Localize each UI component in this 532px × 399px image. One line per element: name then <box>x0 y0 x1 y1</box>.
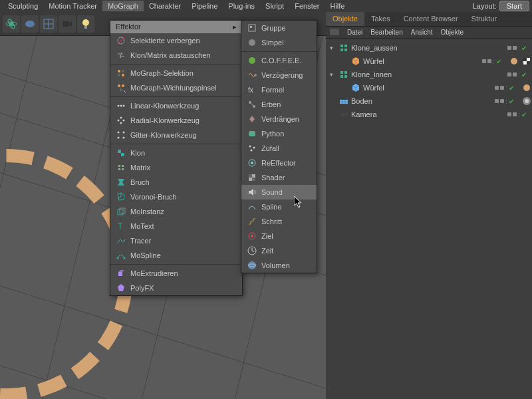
visibility-toggles[interactable]: :✔ <box>482 57 501 65</box>
tag-a-icon[interactable] <box>521 82 532 93</box>
tree-row-kamera[interactable]: Kamera :✔ <box>326 108 532 121</box>
menu-item-label: Gitter-Klonwerkzeug <box>130 131 237 139</box>
menu-motion-tracker[interactable]: Motion Tracker <box>43 1 102 11</box>
menu-item-mg-weight[interactable]: MoGraph-Wichtungspinsel <box>110 80 242 95</box>
layout-button[interactable]: Start <box>499 1 529 11</box>
submenu-objekte[interactable]: Objekte <box>441 29 464 36</box>
menu-item-label: PolyFX <box>130 284 237 292</box>
menu-item-swap[interactable]: Klon/Matrix austauschen <box>110 48 242 63</box>
menu-fenster[interactable]: Fenster <box>289 1 325 11</box>
sound-icon <box>247 187 257 198</box>
tool-camera-icon[interactable] <box>59 15 76 33</box>
submenu-item-shader[interactable]: Shader <box>241 170 317 185</box>
submenu-item-schritt[interactable]: Schritt <box>241 214 317 229</box>
visibility-toggles[interactable]: :✔ <box>507 44 527 52</box>
visibility-toggles[interactable]: :✔ <box>495 97 514 105</box>
submenu-item-spline2[interactable]: Spline <box>241 200 317 214</box>
tree-item-label: Würfel <box>363 57 482 65</box>
menu-item-polyfx[interactable]: PolyFX <box>110 281 242 295</box>
tool-light-icon[interactable] <box>77 15 94 33</box>
submenu-item-delay[interactable]: Verzögerung <box>241 68 317 82</box>
svg-rect-21 <box>344 45 347 47</box>
tool-bean-icon[interactable] <box>21 15 39 33</box>
submenu-item-volumen[interactable]: Volumen <box>241 258 317 273</box>
menu-skript[interactable]: Skript <box>260 1 289 11</box>
menu-item-matrix[interactable]: Matrix <box>110 160 242 175</box>
tree-row-klone_innen[interactable]: ▾ Klone_innen :✔ <box>326 68 532 81</box>
dropdown-header-effektor[interactable]: Effektor ▸ <box>110 21 242 33</box>
tree-row-würfel[interactable]: Würfel :✔ <box>326 81 532 94</box>
tab-struktur[interactable]: Struktur <box>465 12 504 26</box>
submenu-item-label: ReEffector <box>261 159 311 167</box>
submenu-item-ziel[interactable]: Ziel <box>241 229 317 243</box>
menu-item-linear[interactable]: Linear-Klonwerkzeug <box>110 98 242 113</box>
cloner-icon <box>338 43 349 53</box>
menu-charakter[interactable]: Charakter <box>144 1 186 11</box>
tree-item-label: Klone_aussen <box>351 44 507 52</box>
submenu-bearbeiten[interactable]: Bearbeiten <box>370 29 402 36</box>
svg-marker-76 <box>118 179 124 186</box>
tree-row-würfel[interactable]: Würfel :✔ <box>326 55 532 68</box>
menu-item-grid[interactable]: Gitter-Klonwerkzeug <box>110 128 242 142</box>
submenu-item-gruppe[interactable]: Gruppe <box>241 21 317 35</box>
tree-row-klone_aussen[interactable]: ▾ Klone_aussen :✔ <box>326 41 532 55</box>
menu-item-mg-sel[interactable]: MoGraph-Selektion <box>110 66 242 80</box>
submenu-datei[interactable]: Datei <box>347 29 362 36</box>
svg-line-112 <box>252 251 254 252</box>
svg-point-9 <box>82 19 89 26</box>
submenu-item-coffee[interactable]: C.O.F.F.E.E. <box>241 53 317 68</box>
panel-tabs: Objekte Takes Content Browser Struktur <box>326 12 532 27</box>
submenu-ansicht[interactable]: Ansicht <box>411 29 433 36</box>
svg-rect-31 <box>527 58 530 61</box>
menu-item-instance[interactable]: MoInstanz <box>110 204 242 219</box>
menu-item-bruch[interactable]: Bruch <box>110 175 242 190</box>
menu-item-klon[interactable]: Klon <box>110 146 242 160</box>
tree-item-label: Würfel <box>363 84 495 92</box>
submenu-item-zufall[interactable]: Zufall <box>241 141 317 156</box>
tree-row-boden[interactable]: Boden :✔ <box>326 94 532 108</box>
view-mode-icon[interactable] <box>330 29 339 35</box>
menu-item-hide[interactable]: Selektierte verbergen <box>110 33 242 48</box>
svg-point-83 <box>117 257 119 259</box>
submenu-item-python[interactable]: Python <box>241 126 317 141</box>
floor-icon <box>338 96 349 106</box>
menu-item-tracer[interactable]: Tracer <box>110 233 242 248</box>
tag-b-icon[interactable] <box>521 56 532 66</box>
submenu-item-push[interactable]: Verdrängen <box>241 112 317 126</box>
visibility-toggles[interactable]: :✔ <box>507 110 527 118</box>
svg-rect-72 <box>118 165 120 167</box>
tab-objekte[interactable]: Objekte <box>326 12 364 26</box>
disclosure-icon[interactable]: ▾ <box>330 71 336 78</box>
submenu-item-simpel[interactable]: Simpel <box>241 35 317 50</box>
tool-atom-icon[interactable] <box>3 15 20 33</box>
submenu-item-erben[interactable]: Erben <box>241 97 317 112</box>
menu-mograph[interactable]: MoGraph <box>102 1 144 11</box>
submenu-item-reeff[interactable]: ReEffector <box>241 156 317 170</box>
menu-item-voronoi[interactable]: Voronoi-Bruch <box>110 190 242 204</box>
tool-grid-icon[interactable] <box>40 15 57 33</box>
tab-takes[interactable]: Takes <box>364 12 397 26</box>
visibility-toggles[interactable]: :✔ <box>507 70 527 78</box>
menu-hilfe[interactable]: Hilfe <box>325 1 350 11</box>
menu-plugins[interactable]: Plug-ins <box>223 1 260 11</box>
menu-item-radial[interactable]: Radial-Klonwerkzeug <box>110 113 242 128</box>
tag-a-icon[interactable] <box>509 56 519 66</box>
menu-sculpting[interactable]: Sculpting <box>3 1 43 11</box>
tab-content-browser[interactable]: Content Browser <box>397 12 465 26</box>
svg-point-68 <box>118 137 120 139</box>
submenu-item-sound[interactable]: Sound <box>241 185 317 200</box>
submenu-item-formel[interactable]: fx Formel <box>241 82 317 97</box>
menu-item-label: MoText <box>130 222 237 230</box>
disclosure-icon[interactable]: ▾ <box>330 45 336 51</box>
menu-item-extrude[interactable]: MoExtrudieren <box>110 266 242 281</box>
menu-item-text[interactable]: T MoText <box>110 219 242 233</box>
submenu-item-zeit[interactable]: Zeit <box>241 243 317 258</box>
tag-c-icon[interactable] <box>521 96 532 106</box>
text-icon: T <box>116 221 126 231</box>
menu-pipeline[interactable]: Pipeline <box>186 1 223 11</box>
menu-separator <box>110 64 242 65</box>
reeff-icon <box>247 158 257 168</box>
klon-icon <box>116 148 126 158</box>
visibility-toggles[interactable]: :✔ <box>495 84 514 92</box>
menu-item-spline[interactable]: MoSpline <box>110 248 242 263</box>
